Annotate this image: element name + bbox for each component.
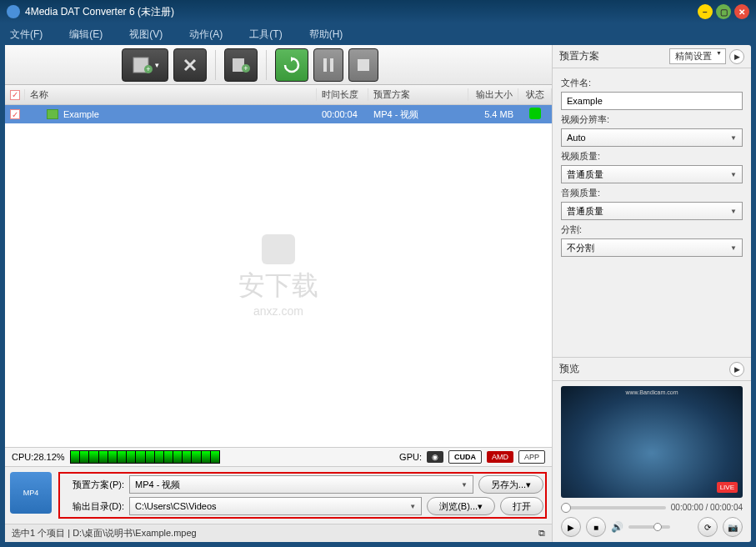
add-profile-button[interactable]: +	[224, 48, 258, 82]
column-status[interactable]: 状态	[518, 88, 552, 101]
svg-rect-7	[330, 58, 333, 72]
left-pane: +▾ + ✓ 名称 时间长度 预置方案 输出大小 状态 ✓ Example	[5, 45, 553, 542]
menu-bar: 文件(F) 编辑(E) 视图(V) 动作(A) 工具(T) 帮助(H)	[0, 23, 756, 45]
row-duration: 00:00:04	[317, 109, 368, 119]
seek-thumb[interactable]	[561, 503, 571, 513]
column-plan[interactable]: 预置方案	[368, 88, 468, 101]
menu-edit[interactable]: 编辑(E)	[69, 28, 103, 42]
preset-mode-select[interactable]: 精简设置	[669, 48, 726, 64]
row-name: Example	[25, 109, 317, 119]
aquality-select[interactable]: 普通质量	[561, 202, 743, 220]
maximize-button[interactable]: ▢	[716, 4, 731, 19]
minimize-button[interactable]: −	[698, 4, 713, 19]
svg-text:+: +	[243, 64, 248, 73]
properties-panel: 文件名: 视频分辨率: Auto 视频质量: 普通质量 音频质量: 普通质量 分…	[553, 68, 751, 357]
column-checkbox[interactable]: ✓	[5, 89, 25, 100]
workspace: +▾ + ✓ 名称 时间长度 预置方案 输出大小 状态 ✓ Example	[5, 45, 751, 542]
status-dot-icon	[529, 108, 541, 119]
delete-button[interactable]	[173, 48, 207, 82]
preset-expand-button[interactable]: ▶	[729, 49, 744, 64]
menu-view[interactable]: 视图(V)	[129, 28, 163, 42]
filename-label: 文件名:	[561, 77, 743, 89]
separator	[266, 50, 267, 80]
preview-header: 预览 ▶	[553, 358, 751, 381]
menu-tools[interactable]: 工具(T)	[249, 28, 282, 42]
menu-file[interactable]: 文件(F)	[10, 28, 43, 42]
cuda-badge[interactable]: CUDA	[448, 450, 482, 464]
preset-header: 预置方案 精简设置 ▶	[553, 45, 751, 68]
column-size[interactable]: 输出大小	[468, 88, 518, 101]
separator	[215, 50, 216, 80]
plan-label: 预置方案(P):	[62, 479, 124, 491]
volume-icon[interactable]: 🔊	[611, 521, 623, 533]
list-row[interactable]: ✓ Example 00:00:04 MP4 - 视频 5.4 MB	[5, 105, 552, 123]
aquality-label: 音频质量:	[561, 187, 743, 199]
split-label: 分割:	[561, 223, 743, 236]
title-bar: 4Media DAT Converter 6 (未注册) − ▢ ✕	[0, 0, 756, 23]
browse-button[interactable]: 浏览(B)... ▾	[427, 497, 495, 515]
snapshot-button[interactable]: ⟳	[698, 517, 718, 537]
camera-button[interactable]: 📷	[723, 517, 743, 537]
file-list[interactable]: ✓ Example 00:00:04 MP4 - 视频 5.4 MB 安下载 a…	[5, 105, 552, 447]
output-label: 输出目录(D):	[62, 500, 124, 513]
preview-watermark: www.Bandicam.com	[625, 389, 678, 395]
file-icon	[47, 109, 58, 119]
svg-text:+: +	[146, 65, 150, 73]
output-path-select[interactable]: C:\Users\CS\Videos	[129, 497, 422, 515]
svg-rect-6	[323, 58, 327, 72]
right-pane: 预置方案 精简设置 ▶ 文件名: 视频分辨率: Auto 视频质量: 普通质量 …	[553, 45, 751, 542]
resolution-label: 视频分辨率:	[561, 113, 743, 126]
column-duration[interactable]: 时间长度	[317, 88, 368, 101]
window-title: 4Media DAT Converter 6 (未注册)	[25, 5, 694, 19]
row-checkbox[interactable]: ✓	[10, 109, 20, 119]
stop-button[interactable]	[348, 48, 378, 82]
stop-preview-button[interactable]: ■	[586, 517, 606, 537]
row-plan: MP4 - 视频	[368, 108, 468, 121]
filename-input[interactable]	[561, 92, 743, 110]
preview-area: 预览 ▶ www.Bandicam.com LIVE 00:00:00 / 00…	[553, 357, 751, 542]
vquality-select[interactable]: 普通质量	[561, 165, 743, 183]
close-button[interactable]: ✕	[734, 4, 749, 19]
split-select[interactable]: 不分割	[561, 238, 743, 257]
preview-video[interactable]: www.Bandicam.com LIVE	[561, 386, 743, 498]
menu-action[interactable]: 动作(A)	[189, 28, 223, 42]
gpu-label: GPU:	[399, 452, 422, 462]
format-icon[interactable]: MP4	[10, 472, 52, 514]
player-controls: ▶ ■ 🔊 ⟳ 📷	[553, 512, 751, 542]
row-size: 5.4 MB	[468, 109, 518, 119]
app-badge[interactable]: APP	[518, 450, 545, 464]
cpu-graph	[70, 450, 220, 464]
list-header: ✓ 名称 时间长度 预置方案 输出大小 状态	[5, 85, 552, 105]
convert-button[interactable]	[275, 48, 308, 82]
nvidia-icon: ◉	[427, 451, 443, 463]
open-button[interactable]: 打开	[500, 497, 543, 515]
app-icon	[7, 5, 20, 18]
toolbar: +▾ +	[5, 45, 552, 85]
resolution-select[interactable]: Auto	[561, 128, 743, 147]
vquality-label: 视频质量:	[561, 150, 743, 163]
row-status	[518, 108, 552, 121]
pause-button[interactable]	[313, 48, 343, 82]
time-display: 00:00:00 / 00:00:04	[671, 503, 743, 512]
amd-badge[interactable]: AMD	[487, 451, 513, 463]
cpu-bar: CPU:28.12% GPU: ◉ CUDA AMD APP	[5, 447, 552, 467]
menu-help[interactable]: 帮助(H)	[309, 28, 343, 42]
volume-slider[interactable]	[628, 525, 670, 529]
play-button[interactable]: ▶	[561, 517, 581, 537]
saveas-button[interactable]: 另存为... ▾	[478, 475, 543, 494]
live-badge: LIVE	[717, 482, 738, 493]
column-name[interactable]: 名称	[25, 88, 317, 101]
status-text: 选中1 个项目 | D:\桌面\说明书\Example.mpeg	[12, 527, 197, 539]
svg-rect-8	[358, 59, 369, 71]
timeline: 00:00:00 / 00:00:04	[553, 503, 751, 512]
seek-track[interactable]	[561, 506, 666, 509]
status-bar: 选中1 个项目 | D:\桌面\说明书\Example.mpeg ⧉	[5, 524, 552, 542]
plan-select[interactable]: MP4 - 视频	[129, 475, 473, 494]
bottom-controls: MP4 预置方案(P): MP4 - 视频 另存为... ▾ 输出目录(D): …	[5, 467, 552, 524]
cpu-label: CPU:28.12%	[12, 452, 70, 462]
preview-expand-button[interactable]: ▶	[729, 362, 744, 377]
watermark: 安下载 anxz.com	[238, 234, 318, 318]
add-file-button[interactable]: +▾	[122, 48, 168, 82]
resize-grip-icon[interactable]: ⧉	[538, 528, 545, 539]
